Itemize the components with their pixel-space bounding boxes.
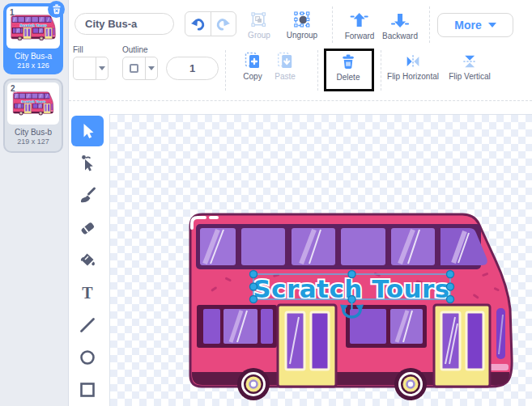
fill-bucket-icon xyxy=(78,251,97,270)
fill-label: Fill xyxy=(73,45,83,54)
group-icon xyxy=(249,11,268,29)
select-cursor-icon xyxy=(78,121,97,141)
delete-costume-button[interactable] xyxy=(48,1,65,18)
eraser-icon xyxy=(78,218,97,238)
stroke-width-input[interactable] xyxy=(166,57,219,80)
outline-dropdown[interactable] xyxy=(145,57,157,79)
costume-size: 219 x 127 xyxy=(7,137,59,146)
scratch-paint-editor: Scratch Tours 1 City Bus-a 218 x 126 xyxy=(0,0,532,406)
copy-icon xyxy=(243,51,262,70)
paste-icon xyxy=(275,51,295,70)
more-button[interactable]: More xyxy=(437,13,513,37)
tool-text[interactable]: T xyxy=(71,277,104,308)
backward-label: Backward xyxy=(382,32,418,40)
forward-button[interactable]: Forward xyxy=(345,11,375,40)
paint-canvas[interactable] xyxy=(109,114,532,406)
divider xyxy=(429,6,430,43)
costume-name-input[interactable] xyxy=(74,13,174,35)
flip-horizontal-icon xyxy=(404,53,422,70)
costume-thumbnail: 1 xyxy=(6,6,60,49)
delete-label: Delete xyxy=(337,73,360,82)
group-button[interactable]: Group xyxy=(248,11,270,40)
flip-vertical-icon xyxy=(461,53,479,70)
ungroup-icon xyxy=(292,10,312,29)
tool-line[interactable] xyxy=(71,310,104,340)
flip-horizontal-button[interactable]: Flip Horizontal xyxy=(387,53,439,81)
divider xyxy=(332,6,333,43)
tool-reshape[interactable] xyxy=(71,148,104,179)
chevron-down-icon xyxy=(148,66,155,70)
chevron-down-icon xyxy=(488,23,496,27)
outline-color-well xyxy=(123,57,145,79)
tool-select[interactable] xyxy=(71,116,104,146)
delete-button[interactable]: Delete xyxy=(337,53,360,82)
costume-number: 2 xyxy=(11,84,15,93)
circle-icon xyxy=(78,348,97,367)
chevron-down-icon xyxy=(99,66,105,70)
toolbar-divider xyxy=(69,100,532,101)
tool-fill[interactable] xyxy=(71,245,104,276)
copy-label: Copy xyxy=(243,72,262,81)
svg-text:T: T xyxy=(82,284,93,302)
costume-number: 1 xyxy=(10,8,15,17)
costume-thumbnail-image xyxy=(12,91,54,116)
costume-size: 218 x 126 xyxy=(6,61,60,70)
flip-vertical-button[interactable]: Flip Vertical xyxy=(449,53,491,81)
backward-button[interactable]: Backward xyxy=(382,11,418,40)
divider xyxy=(317,50,318,91)
flip-vertical-label: Flip Vertical xyxy=(449,72,491,81)
costume-item-city-bus-a[interactable]: 1 City Bus-a 218 x 126 xyxy=(3,3,63,74)
forward-icon xyxy=(350,11,369,30)
delete-icon xyxy=(339,53,358,71)
brush-icon xyxy=(78,186,97,205)
tool-brush[interactable] xyxy=(71,180,104,211)
paste-label: Paste xyxy=(275,72,296,81)
costume-list-panel: 1 City Bus-a 218 x 126 2 City Bu xyxy=(0,0,69,406)
costume-name: City Bus-a xyxy=(6,52,60,61)
outline-swatch-icon xyxy=(130,64,138,73)
more-label: More xyxy=(454,19,481,32)
redo-button[interactable] xyxy=(211,12,236,36)
fill-color-picker[interactable] xyxy=(73,57,109,80)
forward-label: Forward xyxy=(345,32,375,40)
redo-icon xyxy=(215,16,231,32)
copy-button[interactable]: Copy xyxy=(243,51,262,81)
outline-label: Outline xyxy=(122,45,148,54)
ungroup-button[interactable]: Ungroup xyxy=(287,10,317,40)
flip-horizontal-label: Flip Horizontal xyxy=(387,72,439,81)
text-icon: T xyxy=(78,283,97,302)
trash-badge-icon xyxy=(52,4,62,15)
outline-color-picker[interactable] xyxy=(122,57,158,80)
costume-thumbnail: 2 xyxy=(7,82,59,125)
group-label: Group xyxy=(248,31,270,40)
fill-dropdown[interactable] xyxy=(96,57,108,79)
paste-button[interactable]: Paste xyxy=(275,51,296,81)
ungroup-label: Ungroup xyxy=(287,31,317,40)
undo-icon xyxy=(190,16,206,32)
fill-color-well xyxy=(74,57,96,79)
costume-name: City Bus-b xyxy=(7,128,59,137)
rectangle-icon xyxy=(78,380,97,400)
tool-circle[interactable] xyxy=(71,342,104,373)
backward-icon xyxy=(390,11,410,30)
canvas-drawing xyxy=(110,115,532,406)
divider xyxy=(225,50,226,91)
costume-item-city-bus-b[interactable]: 2 City Bus-b 219 x 127 xyxy=(3,78,63,153)
divider xyxy=(381,50,381,91)
line-icon xyxy=(78,315,97,335)
tool-eraser[interactable] xyxy=(71,213,104,243)
undo-button[interactable] xyxy=(185,12,211,36)
costume-thumbnail-image xyxy=(10,15,57,41)
tool-rectangle[interactable] xyxy=(71,374,104,405)
reshape-icon xyxy=(78,154,97,173)
undo-redo-group xyxy=(185,11,236,36)
